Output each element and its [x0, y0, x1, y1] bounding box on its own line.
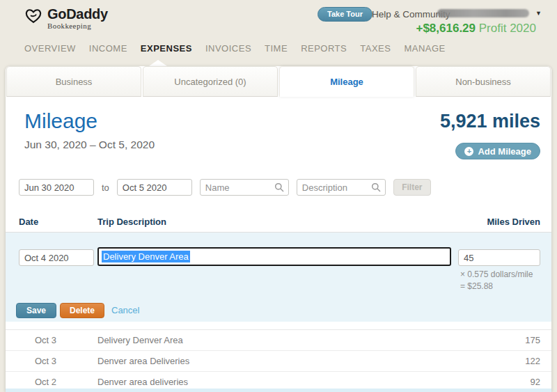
- logo-text: GoDaddy Bookkeeping: [47, 6, 108, 30]
- trip-description-input[interactable]: Delivery Denver Area: [97, 247, 451, 266]
- row-date: Oct 3: [6, 356, 97, 366]
- plus-circle-icon: +: [464, 147, 473, 156]
- tab-business[interactable]: Business: [6, 66, 141, 97]
- nav-time[interactable]: TIME: [265, 43, 288, 54]
- profit-summary: +$8,616.29 Profit 2020: [416, 22, 536, 36]
- cancel-link[interactable]: Cancel: [111, 305, 139, 315]
- total-miles: 5,921 miles: [440, 111, 540, 132]
- mileage-rate-calculation: × 0.575 dollars/mile = $25.88: [460, 269, 533, 292]
- table-row[interactable]: Oct 3 Denver area Deliveries 122: [6, 351, 551, 372]
- row-date: Oct 2: [6, 377, 97, 387]
- nav-invoices[interactable]: INVOICES: [205, 43, 251, 54]
- filter-to-date-input[interactable]: [117, 179, 192, 196]
- search-icon: [274, 182, 284, 195]
- mileage-rows: Oct 3 Delivery Denver Area 175 Oct 3 Den…: [6, 329, 551, 392]
- tab-non-business[interactable]: Non-business: [416, 66, 551, 97]
- content-card: Business Uncategorized (0) Mileage Non-b…: [6, 66, 551, 392]
- search-icon: [371, 182, 381, 195]
- selected-text: Delivery Denver Area: [102, 251, 190, 262]
- filter-button[interactable]: Filter: [393, 179, 431, 196]
- table-row[interactable]: Oct 3 Delivery Denver Area 175: [6, 330, 551, 351]
- table-header: Date Trip Description Miles Driven: [6, 217, 551, 233]
- nav-expenses[interactable]: EXPENSES: [141, 43, 192, 54]
- profit-amount: +$8,616.29: [416, 22, 476, 35]
- filter-from-date-input[interactable]: [19, 179, 94, 196]
- save-button[interactable]: Save: [16, 303, 56, 318]
- edit-date-input[interactable]: [19, 249, 94, 266]
- col-header-date: Date: [19, 217, 38, 227]
- row-miles: 92: [492, 377, 551, 387]
- edit-mileage-row: Delivery Denver Area × 0.575 dollars/mil…: [6, 233, 551, 322]
- date-range-label: Jun 30, 2020 – Oct 5, 2020: [24, 139, 155, 151]
- main-nav: OVERVIEW INCOME EXPENSES INVOICES TIME R…: [24, 43, 446, 54]
- row-trip-description: Denver area Deliveries: [97, 356, 492, 366]
- delete-button[interactable]: Delete: [60, 303, 104, 318]
- user-account-menu[interactable]: ▼: [430, 8, 542, 20]
- take-tour-button[interactable]: Take Tour: [317, 7, 372, 22]
- godaddy-logo[interactable]: GoDaddy Bookkeeping: [24, 6, 108, 30]
- active-nav-pointer: [149, 60, 167, 66]
- add-mileage-label: Add Mileage: [478, 146, 531, 157]
- nav-income[interactable]: INCOME: [89, 43, 127, 54]
- rate-line: × 0.575 dollars/mile: [460, 269, 533, 281]
- row-trip-description: Delivery Denver Area: [97, 335, 492, 345]
- redacted-username: [437, 9, 529, 17]
- col-header-trip-description: Trip Description: [97, 217, 166, 227]
- name-search-wrap: [200, 179, 289, 196]
- brand-name: GoDaddy: [47, 6, 108, 22]
- nav-taxes[interactable]: TAXES: [360, 43, 391, 54]
- total-line: = $25.88: [460, 281, 533, 292]
- nav-overview[interactable]: OVERVIEW: [24, 43, 76, 54]
- caret-down-icon: ▼: [535, 10, 542, 17]
- nav-reports[interactable]: REPORTS: [301, 43, 347, 54]
- row-trip-description: Denver area deliveries: [97, 377, 492, 387]
- to-label: to: [102, 182, 109, 193]
- next-row-highlight: [6, 389, 551, 392]
- col-header-miles-driven: Miles Driven: [487, 217, 540, 227]
- expense-tabs: Business Uncategorized (0) Mileage Non-b…: [6, 66, 551, 97]
- row-miles: 122: [492, 356, 551, 366]
- filter-bar: to Filter: [19, 179, 431, 196]
- godaddy-logo-icon: [24, 6, 42, 27]
- miles-driven-input[interactable]: [458, 249, 540, 266]
- add-mileage-button[interactable]: + Add Mileage: [455, 143, 540, 159]
- tab-uncategorized[interactable]: Uncategorized (0): [143, 66, 278, 97]
- row-date: Oct 3: [6, 335, 97, 345]
- nav-manage[interactable]: MANAGE: [404, 43, 445, 54]
- row-miles: 175: [492, 335, 551, 345]
- tab-mileage[interactable]: Mileage: [279, 66, 414, 97]
- profit-label: Profit 2020: [479, 22, 536, 35]
- description-search-wrap: [297, 179, 386, 196]
- godaddy-bookkeeping-app: GoDaddy Bookkeeping Take Tour Help & Com…: [0, 0, 557, 392]
- brand-subtitle: Bookkeeping: [47, 22, 108, 30]
- page-title: Mileage: [24, 109, 97, 133]
